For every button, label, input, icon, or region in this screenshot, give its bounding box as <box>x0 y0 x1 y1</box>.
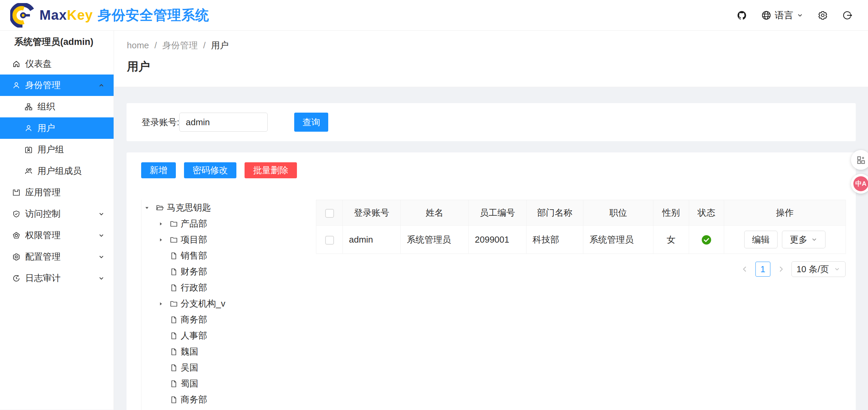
breadcrumb: home / 身份管理 / 用户 <box>127 39 868 51</box>
sidebar-item-permissions[interactable]: 权限管理 <box>0 225 114 246</box>
chevron-down-icon <box>98 275 105 282</box>
widgets-sparkle-icon <box>856 155 866 165</box>
user-icon <box>24 124 33 132</box>
tree-node-label: 分支机构_v <box>181 298 225 310</box>
tree-node[interactable]: 行政部 <box>141 280 316 296</box>
table-row: admin 系统管理员 2099001 科技部 系统管理员 女 <box>316 226 846 254</box>
sidebar-item-users[interactable]: 用户 <box>0 117 114 139</box>
cell-department: 科技部 <box>527 226 583 254</box>
sidebar: 系统管理员(admin) 仪表盘 身份管理 组织 <box>0 31 114 410</box>
browser-widgets-button[interactable] <box>851 150 868 170</box>
breadcrumb-current: 用户 <box>211 39 229 51</box>
login-account-input[interactable] <box>179 113 268 132</box>
gear-icon <box>12 253 20 261</box>
pagination: 1 10 条/页 <box>316 261 846 277</box>
tree-node[interactable]: 产品部 <box>141 216 316 232</box>
tree-node[interactable]: 人事部 <box>141 328 316 344</box>
change-password-button[interactable]: 密码修改 <box>184 162 236 178</box>
sidebar-item-label: 组织 <box>37 101 55 113</box>
breadcrumb-home[interactable]: home <box>127 40 149 51</box>
file-icon <box>170 348 178 356</box>
sidebar-item-label: 应用管理 <box>25 186 61 198</box>
translate-button[interactable]: 中A <box>851 174 868 194</box>
tree-node[interactable]: 商务部 <box>141 312 316 328</box>
tree-node-label: 蜀国 <box>181 378 198 390</box>
sidebar-item-label: 用户组 <box>37 144 64 155</box>
user-badge-icon <box>24 146 33 154</box>
sidebar-item-label: 权限管理 <box>25 229 61 241</box>
github-icon[interactable] <box>737 10 747 20</box>
language-menu[interactable]: 语言 <box>761 9 803 21</box>
breadcrumb-separator: / <box>154 40 157 51</box>
chevron-down-icon <box>98 211 105 217</box>
page-size-select[interactable]: 10 条/页 <box>791 261 846 277</box>
chevron-down-icon <box>98 232 105 239</box>
sidebar-item-label: 身份管理 <box>25 79 61 91</box>
cell-name: 系统管理员 <box>401 226 469 254</box>
sidebar-item-access-control[interactable]: 访问控制 <box>0 203 114 225</box>
select-all-checkbox[interactable] <box>325 209 334 218</box>
tree-node[interactable]: 蜀国 <box>141 376 316 392</box>
file-icon <box>170 380 178 388</box>
globe-icon <box>761 10 771 20</box>
cell-login-account: admin <box>343 226 401 254</box>
file-icon <box>170 332 178 340</box>
tree-node[interactable]: 分支机构_v <box>141 296 316 312</box>
chevron-up-icon <box>98 82 105 89</box>
sidebar-item-applications[interactable]: 应用管理 <box>0 182 114 203</box>
organization-tree: 马克思钥匙 产品部 项目部 <box>141 200 316 410</box>
logout-icon[interactable] <box>842 10 852 20</box>
tree-node[interactable]: 华东区 <box>141 408 316 410</box>
tree-node-label: 项目部 <box>181 234 207 246</box>
query-button[interactable]: 查询 <box>294 113 328 132</box>
language-label: 语言 <box>775 9 793 21</box>
page-number[interactable]: 1 <box>755 262 770 277</box>
sidebar-item-label: 用户 <box>37 122 55 134</box>
sidebar-item-dashboard[interactable]: 仪表盘 <box>0 53 114 75</box>
sidebar-item-configuration[interactable]: 配置管理 <box>0 246 114 267</box>
tree-node[interactable]: 魏国 <box>141 344 316 360</box>
sidebar-item-group-members[interactable]: 用户组成员 <box>0 160 114 182</box>
caret-right-icon <box>158 301 164 307</box>
col-actions: 操作 <box>724 200 846 226</box>
sidebar-item-audit-logs[interactable]: 日志审计 <box>0 267 114 289</box>
prev-page-icon[interactable] <box>741 265 749 273</box>
tree-node[interactable]: 吴国 <box>141 360 316 376</box>
batch-delete-button[interactable]: 批量删除 <box>245 162 297 178</box>
tree-node[interactable]: 销售部 <box>141 248 316 264</box>
topbar: MaxKey身份安全管理系统 语言 <box>0 0 868 31</box>
cell-position: 系统管理员 <box>583 226 653 254</box>
edit-button[interactable]: 编辑 <box>744 231 778 248</box>
col-status: 状态 <box>689 200 724 226</box>
file-icon <box>170 252 178 260</box>
sidebar-item-user-groups[interactable]: 用户组 <box>0 139 114 160</box>
row-checkbox[interactable] <box>325 236 334 245</box>
chevron-down-icon <box>797 12 803 19</box>
gem-icon <box>12 231 20 240</box>
next-page-icon[interactable] <box>777 265 785 273</box>
topbar-actions: 语言 <box>737 9 852 21</box>
file-icon <box>170 316 178 324</box>
sidebar-item-identity[interactable]: 身份管理 <box>0 75 114 96</box>
brand-text: MaxKey身份安全管理系统 <box>39 6 209 24</box>
sidebar-item-organization[interactable]: 组织 <box>0 96 114 117</box>
tree-node[interactable]: 财务部 <box>141 264 316 280</box>
col-login-account: 登录账号 <box>343 200 401 226</box>
breadcrumb-identity[interactable]: 身份管理 <box>162 39 198 51</box>
tree-node-label: 人事部 <box>181 330 207 342</box>
cell-status <box>689 226 724 254</box>
settings-gear-icon[interactable] <box>818 10 828 20</box>
tree-node-label: 商务部 <box>181 394 207 406</box>
cell-employee-no: 2099001 <box>469 226 527 254</box>
tree-node[interactable]: 项目部 <box>141 232 316 248</box>
tree-node[interactable]: 马克思钥匙 <box>141 200 316 216</box>
col-department: 部门名称 <box>527 200 583 226</box>
chevron-down-icon <box>98 253 105 260</box>
tree-node-label: 行政部 <box>181 282 207 294</box>
tree-node[interactable]: 商务部 <box>141 392 316 408</box>
add-button[interactable]: 新增 <box>141 162 176 178</box>
brand-max: Max <box>39 7 67 22</box>
caret-right-icon <box>158 221 164 227</box>
more-button[interactable]: 更多 <box>782 231 825 248</box>
login-account-label: 登录账号: <box>141 116 179 128</box>
